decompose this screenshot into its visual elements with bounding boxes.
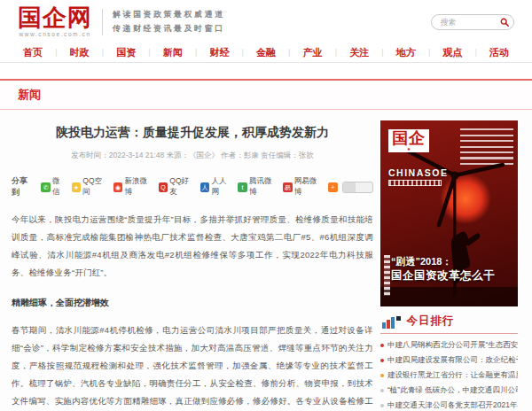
today-ranking: 今日排行 中建八局钢构西北分公司开展“生态西安 你中建四局建设发展有限公司：政企…	[380, 314, 518, 411]
article-paragraph-1: 今年以来，陕投电力运营围绕“质量提升年”目标，多措并举抓好管理质量、检维修质量和…	[12, 211, 373, 282]
nav-item-5[interactable]: 金融	[256, 46, 276, 59]
share-counter[interactable]	[342, 182, 373, 193]
ranking-bullet-icon	[380, 404, 384, 407]
more-icon: +	[328, 182, 338, 192]
header-divider	[102, 9, 103, 35]
ranking-item-text: 建设银行黑龙江省分行：让金融更有温度 共	[387, 368, 518, 383]
nav-item-2[interactable]: 国资	[116, 46, 136, 59]
nav-item-8[interactable]: 地方	[396, 46, 416, 59]
bar-chart-icon-bar-2	[391, 317, 395, 329]
qq-friends-icon: Q	[159, 182, 168, 192]
share-renren-button[interactable]: 人人人网	[200, 176, 234, 198]
nav-separator: |	[55, 48, 57, 57]
nav-separator: |	[148, 48, 150, 57]
share-tencent-weibo-label: 腾讯微博	[249, 176, 278, 198]
ranking-item-text: 中建八局钢构西北分公司开展“生态西安 你	[387, 337, 518, 353]
nav-item-0[interactable]: 首页	[23, 46, 43, 59]
site-logo[interactable]: 国企网 www.cnsoe.com.cn	[18, 6, 92, 38]
bar-chart-icon-bar-0	[382, 322, 386, 329]
nav-separator: |	[242, 48, 244, 57]
renren-icon: 人	[200, 182, 210, 192]
share-tencent-weibo-button[interactable]: t腾讯微博	[238, 176, 278, 198]
nav-separator: |	[474, 48, 476, 57]
search-box[interactable]	[431, 14, 514, 30]
ranking-item-2[interactable]: 建设银行黑龙江省分行：让金融更有温度 共	[380, 368, 518, 383]
share-label: 分享到	[12, 175, 35, 198]
cover-title-line2: 国企国资改革怎么干	[391, 268, 495, 283]
share-bar: 分享到 ✆微信★QQ空间◉新浪微博QQQ好友人人人网t腾讯微博易网易微博+	[12, 175, 373, 198]
site-header: 国企网 www.cnsoe.com.cn 解读国资政策最权威通道 传递财经资讯最…	[0, 0, 532, 43]
tencent-weibo-icon: t	[238, 182, 247, 192]
cover-spine	[384, 255, 390, 296]
ranking-list: 中建八局钢构西北分公司开展“生态西安 你中建四局建设发展有限公司：政企纪检干部 …	[380, 334, 518, 411]
nav-separator: |	[335, 48, 337, 57]
nav-separator: |	[195, 48, 197, 57]
section-title[interactable]: 新闻	[18, 88, 41, 101]
nav-separator: |	[381, 48, 383, 57]
magazine-masthead-sub: CHINASOE	[388, 167, 448, 178]
bar-chart-icon-square	[396, 316, 401, 321]
ranking-bullet-icon	[380, 389, 384, 392]
nav-separator: |	[102, 48, 104, 57]
nav-item-9[interactable]: 观点	[442, 46, 462, 59]
site-tagline: 解读国资政策最权威通道 传递财经资讯最及时窗口	[113, 8, 225, 36]
article-meta: 发布时间：2022-3-14 21:48 来源：《国企》 作者：彭康 责任编辑：…	[12, 151, 373, 161]
tagline-line2: 传递财经资讯最及时窗口	[113, 22, 225, 36]
share-wechat-label: 微信	[52, 176, 67, 198]
share-renren-label: 人人网	[211, 176, 233, 198]
netease-weibo-icon: 易	[283, 182, 293, 192]
sina-weibo-icon: ◉	[113, 182, 123, 192]
bar-chart-icon	[382, 316, 401, 329]
share-chips: ✆微信★QQ空间◉新浪微博QQQ好友人人人网t腾讯微博易网易微博+	[41, 176, 337, 198]
share-qzone-button[interactable]: ★QQ空间	[72, 176, 109, 198]
cover-title: “剧透”2018： 国企国资改革怎么干	[391, 255, 495, 283]
article-subheading: 精雕细琢，全面挖潜增效	[12, 297, 373, 309]
site-logo-text: 国企网	[18, 6, 92, 30]
nav-band-gap	[0, 63, 532, 79]
ranking-header: 今日排行	[380, 314, 518, 334]
share-qzone-label: QQ空间	[82, 176, 108, 198]
magazine-masthead-star: ★	[392, 147, 426, 151]
main-content: 陕投电力运营：质量提升促发展，积厚成势发新力 发布时间：2022-3-14 21…	[0, 110, 532, 411]
nav-separator: |	[288, 48, 290, 57]
share-qq-friends-label: QQ好友	[169, 176, 195, 198]
ranking-item-text: 中建四局建设发展有限公司：政企纪检干部 “	[387, 353, 518, 368]
main-nav: 首页|时政|国资|新闻|财经|金融|产业|关注|地方|观点|活动	[0, 43, 532, 63]
article-column: 陕投电力运营：质量提升促发展，积厚成势发新力 发布时间：2022-3-14 21…	[12, 120, 380, 411]
ranking-bullet-icon	[380, 344, 384, 347]
nav-item-4[interactable]: 财经	[209, 46, 229, 59]
ranking-item-0[interactable]: 中建八局钢构西北分公司开展“生态西安 你	[380, 337, 518, 353]
site-logo-url: www.cnsoe.com.cn	[19, 32, 90, 38]
share-wechat-button[interactable]: ✆微信	[41, 176, 66, 198]
magazine-masthead-strip	[388, 180, 442, 186]
share-netease-weibo-label: 网易微博	[294, 176, 324, 198]
qzone-icon: ★	[72, 182, 82, 192]
ranking-item-4[interactable]: 中建交通天津公司各党支部召开2021年度组织	[380, 398, 518, 411]
share-sina-weibo-label: 新浪微博	[124, 176, 153, 198]
share-netease-weibo-button[interactable]: 易网易微博	[283, 176, 324, 198]
ranking-item-1[interactable]: 中建四局建设发展有限公司：政企纪检干部 “	[380, 353, 518, 368]
ranking-item-3[interactable]: “植”此青绿 低碳办公，中建交通四川公司	[380, 383, 518, 398]
nav-item-10[interactable]: 活动	[489, 46, 509, 59]
magazine-cover[interactable]: 国企 ★ CHINASOE “剧透”2018： 国企国资改革怎么干	[380, 120, 518, 306]
nav-item-7[interactable]: 关注	[349, 46, 369, 59]
cover-title-line1: “剧透”2018：	[391, 255, 495, 268]
search-icon[interactable]	[500, 18, 509, 27]
ranking-item-text: 中建交通天津公司各党支部召开2021年度组织	[387, 398, 518, 411]
nav-item-1[interactable]: 时政	[70, 46, 90, 59]
share-more-button[interactable]: +	[328, 182, 338, 192]
bar-chart-icon-bar-1	[387, 320, 390, 329]
tagline-line1: 解读国资政策最权威通道	[113, 8, 225, 22]
article-title: 陕投电力运营：质量提升促发展，积厚成势发新力	[12, 122, 373, 142]
sidebar: 国企 ★ CHINASOE “剧透”2018： 国企国资改革怎么干 今日排行 中…	[380, 120, 518, 411]
nav-item-6[interactable]: 产业	[303, 46, 323, 59]
nav-item-3[interactable]: 新闻	[163, 46, 183, 59]
nav-separator: |	[428, 48, 430, 57]
magazine-masthead: 国企 ★	[388, 129, 429, 152]
search-input[interactable]	[439, 17, 500, 27]
magazine-masthead-text: 国企	[392, 130, 426, 147]
ranking-bullet-icon	[380, 374, 384, 377]
share-sina-weibo-button[interactable]: ◉新浪微博	[113, 176, 154, 198]
section-band: 新闻	[0, 79, 532, 110]
share-qq-friends-button[interactable]: QQQ好友	[159, 176, 196, 198]
